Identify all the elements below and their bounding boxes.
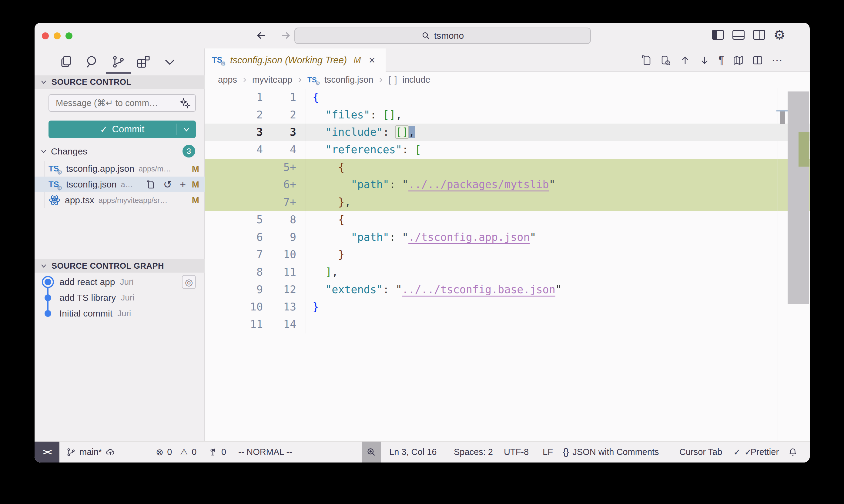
settings-gear-icon[interactable]: ⚙: [774, 30, 786, 40]
source-control-sidebar: SOURCE CONTROL ✓ Commit Changes 3 TS⚙: [35, 75, 205, 441]
eol-indicator[interactable]: LF: [542, 442, 553, 463]
commit-row[interactable]: Initial commit Juri: [35, 306, 205, 321]
commit-message-input[interactable]: [49, 94, 196, 112]
code-text: }: [306, 298, 319, 316]
source-control-graph-header[interactable]: SOURCE CONTROL GRAPH: [35, 259, 205, 273]
stage-changes-icon[interactable]: +: [180, 180, 186, 189]
editor-tab-bar: TS⚙ tsconfig.json (Working Tree) M × ¶: [205, 49, 810, 72]
commit-dropdown-chevron-icon[interactable]: [183, 126, 190, 133]
file-row-app-tsx[interactable]: app.tsx apps/myviteapp/sr… M: [35, 192, 205, 208]
notifications-indicator[interactable]: [788, 442, 798, 463]
changes-title: Changes: [51, 146, 87, 157]
maximize-window-button[interactable]: [66, 32, 72, 39]
vim-mode-indicator[interactable]: -- NORMAL --: [238, 442, 292, 463]
breadcrumb-apps[interactable]: apps: [218, 75, 237, 85]
toggle-secondary-sidebar-icon[interactable]: [753, 30, 765, 40]
code-line[interactable]: 69 "path": "./tsconfig.app.json": [205, 229, 810, 246]
code-line[interactable]: 33 "include": [],: [205, 124, 810, 141]
forward-arrow-icon[interactable]: [279, 30, 292, 41]
encoding-indicator[interactable]: UTF-8: [504, 442, 529, 463]
problems-indicator[interactable]: ⊗ 0 ⚠ 0: [156, 442, 196, 463]
formatter-indicator[interactable]: ✓ ✓ Prettier: [733, 442, 779, 463]
close-tab-icon[interactable]: ×: [369, 54, 375, 67]
gutter-modified-line-number: 1: [263, 89, 299, 106]
status-bar: >< main* ⊗ 0 ⚠ 0 0 -- NORMAL --: [35, 441, 810, 463]
zoom-indicator[interactable]: [362, 442, 381, 463]
code-text: },: [306, 194, 351, 211]
chevron-right-icon: [242, 77, 247, 83]
file-row-tsconfig-json[interactable]: TS⚙ tsconfig.json a… ↺ + M: [35, 177, 205, 192]
source-control-header[interactable]: SOURCE CONTROL: [35, 75, 205, 89]
remote-indicator[interactable]: ><: [35, 442, 59, 463]
next-change-icon[interactable]: [699, 55, 710, 66]
command-center-search[interactable]: tsmono: [294, 28, 591, 44]
back-arrow-icon[interactable]: [255, 30, 268, 41]
toggle-whitespace-icon[interactable]: ¶: [719, 55, 724, 66]
open-changes-icon[interactable]: [641, 55, 652, 66]
code-line[interactable]: 11{: [205, 89, 810, 106]
code-line[interactable]: 710 }: [205, 246, 810, 264]
tab-tsconfig-json-working-tree[interactable]: TS⚙ tsconfig.json (Working Tree) M ×: [205, 49, 385, 72]
split-editor-icon[interactable]: [752, 55, 763, 66]
gutter-modified-line-number: 10: [263, 246, 299, 264]
code-line[interactable]: 22 "files": [],: [205, 106, 810, 124]
warning-count: 0: [192, 447, 196, 457]
code-line[interactable]: 1013}: [205, 298, 810, 316]
diff-editor: 11{22 "files": [],33 "include": [],44 "r…: [205, 88, 810, 441]
changes-file-list: TS⚙ tsconfig.app.json apps/m… M TS⚙ tsco…: [35, 161, 205, 208]
vertical-scrollbar[interactable]: [788, 91, 809, 304]
inline-view-icon[interactable]: [660, 55, 671, 66]
code-text: ],: [306, 264, 338, 281]
code-line[interactable]: 44 "references": [: [205, 141, 810, 159]
code-line[interactable]: 58 {: [205, 211, 810, 229]
commit-dot: [45, 310, 51, 317]
indentation-indicator[interactable]: Spaces: 2: [454, 442, 493, 463]
ports-indicator[interactable]: 0: [208, 442, 226, 463]
more-actions-icon[interactable]: ⋯: [772, 55, 782, 66]
minimize-window-button[interactable]: [54, 32, 61, 39]
changes-section-header[interactable]: Changes 3: [35, 144, 205, 159]
branch-indicator[interactable]: main*: [66, 442, 115, 463]
close-window-button[interactable]: [42, 32, 49, 39]
explorer-icon[interactable]: [59, 55, 73, 69]
magnifier-plus-icon: [366, 447, 376, 457]
code-text: "path": "./tsconfig.app.json": [306, 229, 536, 246]
breadcrumb-symbol-include[interactable]: include: [402, 75, 430, 85]
code-line[interactable]: 5+ {: [205, 159, 810, 176]
open-file-icon[interactable]: [146, 180, 156, 189]
code-lines: 11{22 "files": [],33 "include": [],44 "r…: [205, 89, 810, 334]
toggle-primary-sidebar-icon[interactable]: [712, 30, 724, 40]
toggle-panel-icon[interactable]: [733, 30, 744, 40]
typescript-file-icon: TS⚙: [307, 76, 320, 84]
file-row-tsconfig-app-json[interactable]: TS⚙ tsconfig.app.json apps/m… M: [35, 161, 205, 177]
source-control-icon[interactable]: [111, 55, 125, 69]
language-mode-indicator[interactable]: {} JSON with Comments: [563, 442, 659, 463]
code-line[interactable]: 7+ },: [205, 194, 810, 211]
code-line[interactable]: 1114: [205, 316, 810, 334]
commit-row[interactable]: add react app Juri ◎: [35, 274, 205, 290]
code-line[interactable]: 6+ "path": "../../packages/mytslib": [205, 176, 810, 194]
commit-button[interactable]: ✓ Commit: [49, 121, 196, 138]
gutter-original-line-number: 3: [205, 124, 263, 141]
search-icon[interactable]: [85, 55, 100, 69]
code-line[interactable]: 912 "extends": "../../tsconfig.base.json…: [205, 281, 810, 299]
gutter-modified-line-number: 13: [263, 298, 299, 316]
code-line[interactable]: 811 ],: [205, 264, 810, 281]
commit-dot: [45, 294, 51, 301]
extensions-icon[interactable]: [136, 55, 150, 69]
goto-current-commit-button[interactable]: ◎: [182, 275, 196, 289]
typescript-file-icon: TS⚙: [212, 55, 225, 65]
traffic-lights: [42, 32, 72, 39]
previous-change-icon[interactable]: [680, 55, 691, 66]
map-icon[interactable]: [733, 55, 744, 66]
commit-row[interactable]: add TS library Juri: [35, 290, 205, 306]
discard-changes-icon[interactable]: ↺: [163, 180, 172, 189]
breadcrumb-myviteapp[interactable]: myviteapp: [252, 75, 292, 85]
chevron-down-icon[interactable]: [162, 55, 177, 69]
cursor-tab-indicator[interactable]: Cursor Tab: [679, 442, 722, 463]
code-text: [306, 316, 313, 334]
sparkle-ai-icon[interactable]: [179, 98, 190, 109]
cursor-position-indicator[interactable]: Ln 3, Col 16: [389, 442, 436, 463]
publish-cloud-icon[interactable]: [105, 447, 115, 457]
breadcrumb-file[interactable]: tsconfig.json: [324, 75, 373, 85]
